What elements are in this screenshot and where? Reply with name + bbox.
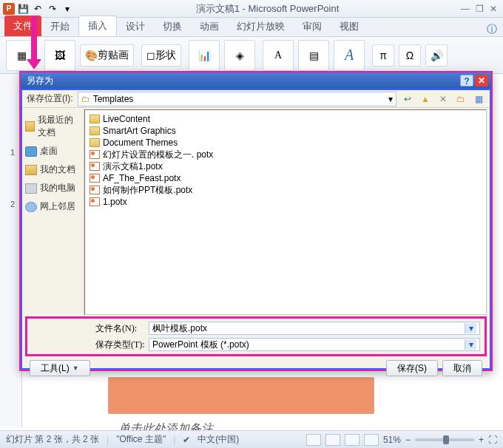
location-dropdown[interactable]: 🗀 Templates ▾ bbox=[78, 92, 396, 106]
sorter-view-button[interactable] bbox=[325, 434, 340, 446]
header-footer-button[interactable]: ▤ bbox=[298, 40, 329, 71]
save-button[interactable]: 保存(S) bbox=[386, 360, 438, 376]
zoom-out-button[interactable]: − bbox=[405, 435, 411, 445]
zoom-slider[interactable] bbox=[415, 438, 474, 441]
window-title: 演示文稿1 - Microsoft PowerPoint bbox=[74, 2, 461, 16]
reading-view-button[interactable] bbox=[345, 434, 359, 446]
undo-icon[interactable]: ↶ bbox=[31, 2, 44, 16]
file-item-label: 如何制作PPT模板.potx bbox=[103, 184, 192, 196]
place-desktop[interactable]: 桌面 bbox=[24, 142, 82, 160]
save-button-label: 保存(S) bbox=[397, 362, 427, 375]
place-mydocs[interactable]: 我的文档 bbox=[24, 160, 82, 179]
places-bar: 我最近的文档 桌面 我的文档 我的电脑 网上邻居 bbox=[22, 108, 84, 316]
location-toolbar: ↩ ▲ ✕ 🗀 ▦ bbox=[401, 92, 485, 106]
tab-review[interactable]: 审阅 bbox=[294, 17, 331, 36]
place-recent-label: 我最近的文档 bbox=[38, 114, 81, 139]
cancel-button-label: 取消 bbox=[453, 362, 471, 375]
window-controls: — ❐ ✕ bbox=[461, 4, 503, 14]
ribbon-help-icon[interactable]: ⓘ bbox=[481, 23, 503, 36]
zoom-level[interactable]: 51% bbox=[383, 435, 401, 445]
close-button[interactable]: ✕ bbox=[490, 4, 497, 14]
slideshow-view-button[interactable] bbox=[364, 434, 379, 446]
wordart-button[interactable]: A bbox=[334, 40, 365, 71]
tab-design[interactable]: 设计 bbox=[117, 17, 154, 36]
normal-view-button[interactable] bbox=[306, 434, 321, 446]
cancel-button[interactable]: 取消 bbox=[442, 360, 482, 376]
file-item[interactable]: 幻灯片设置的模板之一. potx bbox=[90, 149, 482, 160]
picture-button[interactable]: 🖼 bbox=[44, 40, 75, 71]
file-item[interactable]: 1.potx bbox=[90, 196, 482, 208]
tab-view[interactable]: 视图 bbox=[331, 17, 368, 36]
spellcheck-icon[interactable]: ✔ bbox=[183, 435, 190, 445]
place-network-label: 网上邻居 bbox=[40, 200, 75, 213]
file-item[interactable]: Document Themes bbox=[90, 137, 482, 149]
thumb-number-2: 2 bbox=[10, 200, 15, 208]
filename-dropdown-icon[interactable]: ▾ bbox=[465, 323, 476, 333]
file-item[interactable]: SmartArt Graphics bbox=[90, 125, 482, 137]
tab-slideshow[interactable]: 幻灯片放映 bbox=[228, 17, 294, 36]
location-label: 保存位置(I): bbox=[27, 92, 73, 105]
dialog-help-button[interactable]: ? bbox=[460, 75, 473, 86]
file-item[interactable]: 演示文稿1.potx bbox=[90, 160, 482, 172]
dialog-body: 保存位置(I): 🗀 Templates ▾ ↩ ▲ ✕ 🗀 ▦ 我最近的文档 … bbox=[21, 89, 491, 370]
file-item[interactable]: LiveContent bbox=[90, 113, 482, 125]
qat-more-icon[interactable]: ▾ bbox=[61, 2, 74, 16]
minimize-button[interactable]: — bbox=[461, 4, 470, 14]
folder-icon: 🗀 bbox=[81, 94, 90, 104]
symbol-button[interactable]: Ω bbox=[399, 44, 421, 67]
language-status[interactable]: 中文(中国) bbox=[198, 433, 239, 446]
thumb-number-1: 1 bbox=[10, 148, 15, 157]
fit-to-window-button[interactable]: ⛶ bbox=[488, 435, 497, 445]
filetype-label: 保存类型(T): bbox=[95, 339, 146, 351]
tab-animations[interactable]: 动画 bbox=[191, 17, 228, 36]
filetype-dropdown[interactable]: PowerPoint 模板 (*.potx) ▾ bbox=[149, 338, 480, 351]
tools-button[interactable]: 工具(L)▼ bbox=[30, 360, 90, 376]
ribbon-body: ▦ 🖼 🎨 剪贴画 ◻ 形状 📊 ◈ A ▤ A π Ω 🔊 bbox=[0, 37, 503, 74]
tab-home[interactable]: 开始 bbox=[41, 17, 78, 36]
equation-button[interactable]: π bbox=[372, 44, 394, 67]
restore-button[interactable]: ❐ bbox=[476, 4, 484, 14]
folder-icon bbox=[90, 115, 100, 123]
filetype-dropdown-icon[interactable]: ▾ bbox=[465, 339, 476, 350]
file-item-label: 幻灯片设置的模板之一. potx bbox=[103, 149, 213, 160]
save-icon[interactable]: 💾 bbox=[16, 2, 30, 16]
delete-icon[interactable]: ✕ bbox=[436, 92, 450, 106]
chevron-down-icon: ▼ bbox=[72, 364, 79, 372]
place-network[interactable]: 网上邻居 bbox=[24, 197, 82, 216]
titlebar: P 💾 ↶ ↷ ▾ 演示文稿1 - Microsoft PowerPoint —… bbox=[0, 0, 503, 18]
statusbar: 幻灯片 第 2 张，共 2 张 | "Office 主题" | ✔ 中文(中国)… bbox=[0, 430, 503, 448]
filename-input[interactable]: 枫叶模板.potx ▾ bbox=[149, 322, 480, 335]
potx-file-icon bbox=[90, 174, 100, 183]
dialog-close-button[interactable]: ✕ bbox=[475, 75, 488, 86]
slide-preview bbox=[108, 377, 374, 414]
place-desktop-label: 桌面 bbox=[40, 145, 58, 157]
file-item[interactable]: 如何制作PPT模板.potx bbox=[90, 184, 482, 196]
tab-transitions[interactable]: 切换 bbox=[154, 17, 191, 36]
up-icon[interactable]: ▲ bbox=[419, 92, 432, 106]
smartart-button[interactable]: ◈ bbox=[224, 40, 255, 71]
views-icon[interactable]: ▦ bbox=[472, 92, 485, 106]
mydocs-icon bbox=[25, 165, 37, 175]
place-recent[interactable]: 我最近的文档 bbox=[24, 111, 82, 142]
back-icon[interactable]: ↩ bbox=[401, 92, 414, 106]
app-icon[interactable]: P bbox=[3, 3, 15, 15]
dialog-titlebar: 另存为 ? ✕ bbox=[21, 72, 491, 89]
chart-button[interactable]: 📊 bbox=[189, 40, 220, 71]
textbox-button[interactable]: A bbox=[263, 40, 294, 71]
file-list[interactable]: LiveContentSmartArt GraphicsDocument The… bbox=[84, 109, 487, 315]
place-mydocs-label: 我的文档 bbox=[40, 163, 75, 176]
desktop-icon bbox=[25, 146, 37, 157]
tab-insert[interactable]: 插入 bbox=[78, 16, 117, 36]
clipart-button[interactable]: 🎨 剪贴画 bbox=[80, 44, 134, 67]
new-folder-icon[interactable]: 🗀 bbox=[454, 92, 467, 106]
shapes-button[interactable]: ◻ 形状 bbox=[141, 44, 181, 67]
zoom-in-button[interactable]: + bbox=[479, 435, 484, 445]
file-item-label: AF_The_Feast.potx bbox=[103, 172, 180, 184]
place-computer[interactable]: 我的电脑 bbox=[24, 179, 82, 197]
file-item-label: 演示文稿1.potx bbox=[103, 160, 163, 172]
redo-icon[interactable]: ↷ bbox=[46, 2, 59, 16]
file-item[interactable]: AF_The_Feast.potx bbox=[90, 172, 482, 184]
potx-file-icon bbox=[90, 197, 100, 206]
media-button[interactable]: 🔊 bbox=[425, 44, 448, 67]
ribbon-tabs: 文件 开始 插入 设计 切换 动画 幻灯片放映 审阅 视图 ⓘ bbox=[0, 18, 503, 37]
